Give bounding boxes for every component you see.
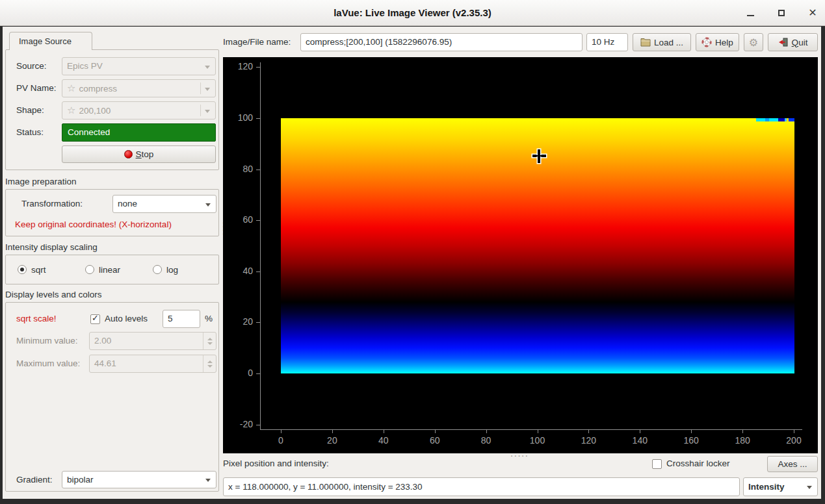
spin-arrows-icon[interactable] xyxy=(203,355,216,372)
crosshair-locker-checkbox[interactable] xyxy=(652,459,662,469)
gradient-combobox[interactable]: bipolar xyxy=(62,471,216,488)
transformation-combobox[interactable]: none xyxy=(112,195,216,213)
x-tick-label: 60 xyxy=(422,435,448,446)
radio-log[interactable]: log xyxy=(153,261,178,279)
app-window: laVue: Live Image Viewer (v2.35.3) ✕ Ima… xyxy=(0,0,825,504)
maximum-value-spinbox[interactable]: 44.61 xyxy=(89,355,216,373)
crosshair-cursor xyxy=(532,149,546,163)
y-tick-mark xyxy=(256,373,260,374)
x-tick-mark xyxy=(435,429,436,433)
y-tick-mark xyxy=(256,322,260,323)
axes-button[interactable]: Axes ... xyxy=(767,456,818,472)
chevron-down-icon xyxy=(205,479,211,482)
pv-name-combobox[interactable]: ☆compress xyxy=(62,79,216,97)
image-preparation-panel: Transformation: none Keep original coord… xyxy=(5,189,219,236)
display-mode-combobox[interactable]: Intensity xyxy=(743,477,818,496)
x-tick-label: 120 xyxy=(575,435,601,446)
record-dot-icon xyxy=(124,150,133,158)
tab-image-source-label: Image Source xyxy=(19,36,72,46)
percent-label: % xyxy=(205,310,213,328)
minimum-value-label: Minimum value: xyxy=(16,332,78,350)
radio-sqrt[interactable]: sqrt xyxy=(18,261,46,279)
y-tick-mark xyxy=(256,220,260,221)
y-tick-mark xyxy=(256,67,260,68)
x-tick-label: 0 xyxy=(268,435,294,446)
minimum-value-spinbox[interactable]: 2.00 xyxy=(89,332,216,350)
x-tick-label: 100 xyxy=(525,435,551,446)
x-tick-label: 160 xyxy=(678,435,704,446)
maximum-value-label: Maximum value: xyxy=(16,355,80,373)
window-title: laVue: Live Image Viewer (v2.35.3) xyxy=(334,7,491,18)
y-tick-label: -20 xyxy=(226,419,253,429)
x-tick-mark xyxy=(640,429,640,433)
load-button-label: Load ... xyxy=(654,38,683,47)
x-tick-label: 80 xyxy=(473,435,499,446)
update-rate-field[interactable]: 10 Hz xyxy=(586,33,628,51)
intensity-scaling-panel: sqrt linear log xyxy=(5,255,219,284)
crosshair-locker-label: Crosshair locker xyxy=(666,457,730,471)
y-tick-label: 40 xyxy=(226,266,253,276)
combo-divider xyxy=(200,82,201,94)
pixel-position-value: x = 118.000000, y = 11.000000, intensity… xyxy=(228,482,423,492)
pixel-position-label: Pixel position and intensity: xyxy=(223,457,329,471)
settings-button[interactable]: ⚙ xyxy=(744,33,763,51)
display-levels-header: Display levels and colors xyxy=(5,290,102,299)
radio-sqrt-label: sqrt xyxy=(31,265,46,275)
radio-linear[interactable]: linear xyxy=(85,261,120,279)
gradient-value: bipolar xyxy=(67,475,94,485)
auto-levels-input[interactable]: 5 xyxy=(163,310,200,328)
chevron-down-icon xyxy=(807,486,812,489)
y-tick-mark xyxy=(256,170,260,170)
pv-name-label: PV Name: xyxy=(16,79,57,97)
chevron-down-icon xyxy=(205,88,210,91)
load-button[interactable]: Load ... xyxy=(633,33,691,51)
radio-linear-label: linear xyxy=(99,265,120,275)
radio-log-label: log xyxy=(166,265,178,275)
auto-levels-checkbox[interactable]: ✓ xyxy=(90,314,100,324)
auto-levels-label: Auto levels xyxy=(105,310,148,328)
image-file-name-input[interactable]: compress;[200,100] (1582296076.95) xyxy=(300,33,583,51)
y-tick-label: 80 xyxy=(226,164,253,174)
spin-arrows-icon[interactable] xyxy=(203,333,216,349)
y-tick-label: 20 xyxy=(226,316,253,327)
quit-button-label: Quit xyxy=(792,38,808,47)
chevron-down-icon xyxy=(205,66,210,69)
star-icon: ☆ xyxy=(67,82,75,94)
help-button[interactable]: Help xyxy=(696,33,739,51)
chevron-down-icon xyxy=(205,203,211,207)
status-value: Connected xyxy=(68,127,110,137)
lifebuoy-icon xyxy=(701,37,712,47)
stop-button[interactable]: Stop xyxy=(62,145,216,163)
x-tick-label: 140 xyxy=(627,435,653,446)
close-button[interactable]: ✕ xyxy=(805,6,820,20)
y-tick-label: 60 xyxy=(226,214,253,225)
plot-area[interactable]: 0204060801001201401601802001201008060402… xyxy=(223,57,818,453)
maximize-button[interactable] xyxy=(774,6,789,20)
shape-label: Shape: xyxy=(16,101,44,120)
x-tick-label: 180 xyxy=(729,435,755,446)
gear-icon: ⚙ xyxy=(749,36,758,49)
y-tick-mark xyxy=(256,271,260,272)
minimize-button[interactable] xyxy=(743,6,757,20)
x-tick-mark xyxy=(281,429,282,433)
y-tick-label: 100 xyxy=(226,112,253,123)
shape-combobox[interactable]: ☆200,100 xyxy=(62,101,216,120)
quit-door-icon xyxy=(778,37,789,47)
stop-button-label: Stop xyxy=(136,149,154,159)
radio-icon xyxy=(85,265,94,274)
y-tick-label: 0 xyxy=(226,368,253,378)
coordinates-warning: Keep original coordinates! (X-horizontal… xyxy=(15,216,172,234)
x-tick-mark xyxy=(332,429,333,433)
folder-icon xyxy=(640,38,651,47)
status-label: Status: xyxy=(16,123,44,142)
transformation-label: Transformation: xyxy=(21,195,83,213)
tab-image-source[interactable]: Image Source xyxy=(9,32,92,50)
x-tick-mark xyxy=(588,429,589,433)
radio-icon xyxy=(153,265,162,274)
quit-button[interactable]: Quit xyxy=(768,33,818,51)
source-combobox[interactable]: Epics PV xyxy=(62,57,216,75)
y-axis-line xyxy=(260,62,261,430)
main-content: Image Source Source: Epics PV PV Name: ☆… xyxy=(3,27,821,499)
check-icon: ✓ xyxy=(92,313,99,323)
pixel-position-input[interactable]: x = 118.000000, y = 11.000000, intensity… xyxy=(223,477,740,496)
